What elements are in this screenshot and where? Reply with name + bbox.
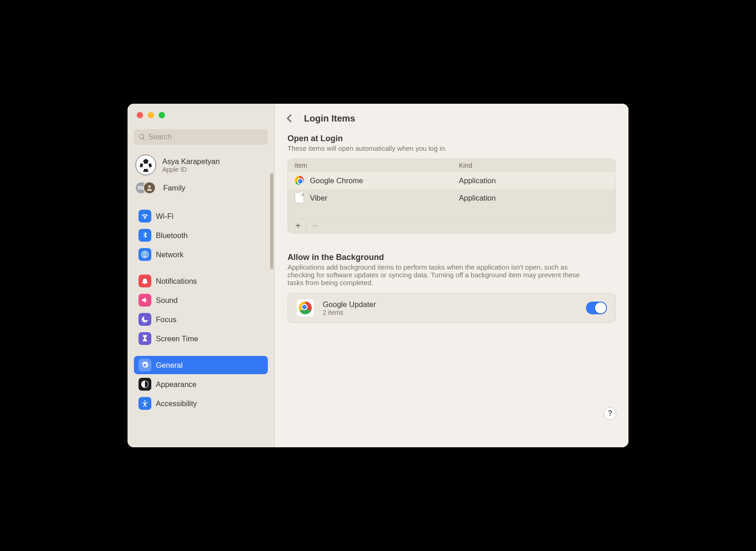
document-icon — [294, 193, 304, 203]
sidebar-item-general[interactable]: General — [134, 356, 268, 374]
open-at-login-title: Open at Login — [287, 134, 616, 143]
sidebar-item-label: Screen Time — [156, 334, 198, 343]
background-item-row: Google Updater 2 items — [287, 293, 616, 323]
svg-point-5 — [148, 185, 150, 188]
table-empty-row — [288, 207, 615, 218]
avatar — [135, 154, 157, 176]
close-window-button[interactable] — [137, 112, 143, 118]
sidebar-item-sound[interactable]: Sound — [134, 291, 268, 309]
account-sub: Apple ID — [162, 166, 220, 173]
row-name: Viber — [310, 194, 459, 202]
accessibility-icon — [138, 397, 151, 410]
sidebar-item-label: Network — [156, 250, 184, 259]
family-avatars: SM — [135, 181, 156, 194]
background-title: Allow in the Background — [287, 253, 616, 262]
help-button[interactable]: ? — [604, 407, 617, 420]
sidebar-item-wifi[interactable]: Wi-Fi — [134, 207, 268, 225]
table-header: Item Kind — [288, 159, 615, 172]
avatar-soccer-icon — [135, 154, 156, 176]
table-rows: Google Chrome Application Viber Applicat… — [288, 172, 615, 218]
sidebar-scrollbar[interactable] — [270, 173, 273, 269]
sidebar-item-accessibility[interactable]: Accessibility — [134, 394, 268, 413]
sidebar-item-label: Appearance — [156, 380, 197, 389]
row-kind: Application — [459, 176, 609, 185]
sidebar-item-bluetooth[interactable]: Bluetooth — [134, 226, 268, 244]
family-row[interactable]: SM Family — [131, 178, 271, 199]
col-item[interactable]: Item — [294, 162, 459, 169]
sidebar-group-network: Wi-Fi Bluetooth Network — [131, 207, 271, 264]
sidebar-group-alerts: Notifications Sound Focus Screen Time — [131, 272, 271, 348]
svg-marker-4 — [143, 169, 149, 172]
sidebar: Asya Karapetyan Apple ID SM Family Wi-Fi — [128, 104, 275, 447]
table-row[interactable]: Viber Application — [288, 189, 615, 207]
hourglass-icon — [138, 332, 151, 345]
sidebar-item-label: Bluetooth — [156, 231, 188, 240]
remove-login-item-button[interactable]: − — [309, 220, 321, 233]
bg-item-name: Google Updater — [323, 300, 376, 309]
search-wrap — [134, 129, 268, 145]
speaker-icon — [138, 294, 151, 307]
bell-icon — [138, 275, 151, 287]
chrome-icon — [296, 299, 314, 317]
fullscreen-window-button[interactable] — [159, 112, 165, 118]
sidebar-item-label: Accessibility — [156, 399, 197, 408]
chevron-left-icon — [286, 114, 293, 123]
chrome-icon — [294, 175, 304, 185]
svg-point-0 — [136, 155, 156, 175]
account-name: Asya Karapetyan — [162, 157, 220, 166]
minimize-window-button[interactable] — [148, 112, 154, 118]
wifi-icon — [138, 210, 151, 223]
sidebar-item-label: General — [156, 361, 183, 370]
sidebar-item-label: Wi-Fi — [156, 212, 173, 221]
table-footer: + − — [288, 218, 615, 233]
login-items-table: Item Kind Google Chrome Application Vibe… — [287, 159, 616, 233]
sidebar-group-system: General Appearance Accessibility — [131, 356, 271, 413]
page-body: Open at Login These items will open auto… — [275, 134, 628, 323]
footer-divider — [306, 222, 307, 230]
sidebar-item-screen-time[interactable]: Screen Time — [134, 329, 268, 348]
search-icon — [138, 133, 146, 141]
gear-icon — [138, 359, 151, 371]
add-login-item-button[interactable]: + — [292, 220, 304, 233]
bluetooth-icon — [138, 229, 151, 242]
background-sub: Applications add background items to per… — [287, 263, 589, 286]
globe-icon — [138, 248, 151, 261]
sidebar-item-label: Sound — [156, 296, 178, 305]
settings-window: Asya Karapetyan Apple ID SM Family Wi-Fi — [128, 104, 628, 447]
sidebar-content: Asya Karapetyan Apple ID SM Family Wi-Fi — [128, 150, 274, 413]
sidebar-item-network[interactable]: Network — [134, 245, 268, 264]
open-at-login-sub: These items will open automatically when… — [287, 144, 616, 152]
sidebar-item-appearance[interactable]: Appearance — [134, 375, 268, 393]
search-input[interactable] — [134, 129, 268, 145]
sidebar-item-label: Focus — [156, 315, 176, 324]
window-controls — [128, 112, 274, 118]
col-kind[interactable]: Kind — [459, 162, 609, 169]
family-avatar-photo — [143, 181, 156, 194]
row-kind: Application — [459, 194, 609, 202]
sidebar-item-focus[interactable]: Focus — [134, 310, 268, 328]
page-title: Login Items — [304, 113, 355, 124]
page-header: Login Items — [275, 112, 628, 134]
background-toggle[interactable] — [586, 302, 607, 314]
family-label: Family — [163, 184, 186, 192]
row-name: Google Chrome — [310, 176, 459, 185]
apple-id-account[interactable]: Asya Karapetyan Apple ID — [131, 150, 271, 179]
main-panel: Login Items Open at Login These items wi… — [275, 104, 628, 447]
table-row[interactable]: Google Chrome Application — [288, 172, 615, 189]
contrast-icon — [138, 378, 151, 391]
sidebar-item-notifications[interactable]: Notifications — [134, 272, 268, 290]
moon-icon — [138, 313, 151, 326]
back-button[interactable] — [283, 112, 296, 125]
svg-point-7 — [144, 400, 146, 402]
bg-item-sub: 2 items — [323, 309, 376, 316]
sidebar-item-label: Notifications — [156, 277, 197, 286]
